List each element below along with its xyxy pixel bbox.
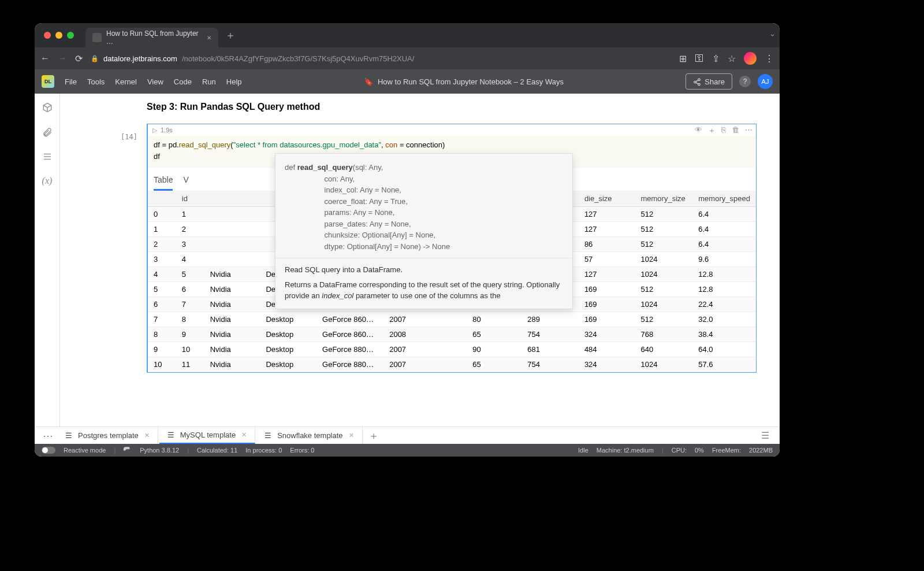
table-cell: 640 (635, 342, 692, 357)
url-input[interactable]: 🔒 datalore.jetbrains.com/notebook/0k5R4A… (91, 54, 671, 63)
minimize-window-button[interactable] (55, 32, 62, 39)
table-cell (204, 237, 260, 252)
table-cell: 324 (579, 357, 635, 372)
table-cell: 86 (579, 237, 635, 252)
reload-button[interactable]: ⟳ (75, 53, 83, 64)
table-cell: 57 (579, 252, 635, 267)
list-icon: ☰ (167, 431, 174, 439)
table-row[interactable]: 78NvidiaDesktopGeForce 860…2007802891695… (148, 312, 756, 327)
table-row[interactable]: 1011NvidiaDesktopGeForce 880…20076575432… (148, 357, 756, 372)
notebook-tab-postgres[interactable]: ☰ Postgres template ✕ (57, 427, 158, 444)
output-tab-table[interactable]: Table (154, 175, 173, 191)
table-cell: Nvidia (204, 312, 260, 327)
table-cell: Desktop (260, 327, 316, 342)
add-notebook-tab-button[interactable]: ＋ (368, 429, 379, 443)
outline-icon[interactable] (42, 151, 53, 162)
maximize-window-button[interactable] (67, 32, 74, 39)
browser-menu-button[interactable]: ⋮ (765, 53, 774, 64)
table-cell: 127 (579, 267, 635, 282)
variables-icon[interactable]: (x) (42, 176, 53, 186)
tab-menu-icon[interactable]: ☰ (761, 430, 769, 441)
code-cell[interactable]: ▷ 1.9s 👁 ＋ ⎘ 🗑 ⋯ df = pd.read_sql_query(… (147, 124, 757, 373)
table-cell: Nvidia (204, 327, 260, 342)
delete-cell-icon[interactable]: 🗑 (732, 125, 739, 136)
close-tab-icon[interactable]: ✕ (241, 431, 247, 439)
tab-overflow-button[interactable]: › (769, 34, 777, 36)
close-window-button[interactable] (44, 32, 51, 39)
close-tab-icon[interactable]: ✕ (144, 432, 150, 439)
column-header[interactable] (148, 191, 176, 207)
duplicate-cell-icon[interactable]: ⎘ (721, 125, 726, 136)
status-bar: Reactive mode | Python 3.8.12 | Calculat… (35, 444, 780, 457)
menu-file[interactable]: File (65, 77, 77, 86)
visibility-icon[interactable]: 👁 (695, 125, 702, 136)
notebook-tab-mysql[interactable]: ☰ MySQL template ✕ (159, 427, 255, 444)
column-header[interactable]: memory_size (635, 191, 692, 207)
column-header[interactable] (204, 191, 260, 207)
datalore-logo[interactable]: DL (42, 75, 54, 88)
step-heading: Step 3: Run Pandas SQL Query method (147, 102, 780, 112)
list-icon: ☰ (264, 431, 271, 440)
password-key-icon[interactable]: ⚿ (695, 53, 704, 64)
column-header[interactable]: memory_speed (692, 191, 756, 207)
table-cell: 8 (176, 312, 204, 327)
menu-code[interactable]: Code (174, 77, 192, 86)
table-row[interactable]: 89NvidiaDesktopGeForce 860…2008657543247… (148, 327, 756, 342)
browser-tab[interactable]: How to Run SQL from Jupyter … ✕ (85, 28, 218, 47)
table-cell: 6 (176, 282, 204, 297)
table-cell: 754 (521, 327, 579, 342)
table-cell (204, 207, 260, 222)
python-version: Python 3.8.12 (140, 447, 179, 454)
table-cell: 127 (579, 207, 635, 222)
rail-collapse-icon[interactable]: ⋯ (43, 429, 54, 442)
back-button[interactable]: ← (40, 53, 50, 64)
output-tab-other[interactable]: V (183, 175, 188, 191)
table-cell (439, 312, 467, 327)
table-cell: 1024 (635, 297, 692, 312)
table-row[interactable]: 910NvidiaDesktopGeForce 880…200790681484… (148, 342, 756, 357)
bookmark-star-icon[interactable]: ☆ (728, 53, 736, 64)
table-cell: 681 (521, 342, 579, 357)
cube-icon[interactable] (42, 102, 53, 113)
run-cell-icon[interactable]: ▷ (152, 127, 157, 134)
user-avatar[interactable]: AJ (758, 74, 773, 89)
table-cell: 7 (148, 312, 176, 327)
table-cell: 1 (148, 222, 176, 237)
table-cell: 1024 (635, 267, 692, 282)
profile-avatar[interactable] (744, 52, 757, 65)
new-tab-button[interactable]: ＋ (225, 28, 236, 42)
menu-run[interactable]: Run (202, 77, 216, 86)
forward-button[interactable]: → (58, 53, 67, 64)
table-cell: 57.6 (692, 357, 756, 372)
left-tool-rail: (x) (35, 94, 60, 427)
menu-view[interactable]: View (147, 77, 163, 86)
cell-more-icon[interactable]: ⋯ (745, 125, 752, 136)
table-cell: 512 (635, 282, 692, 297)
menu-tools[interactable]: Tools (87, 77, 105, 86)
share-page-icon[interactable]: ⇪ (712, 53, 720, 64)
table-cell: 484 (579, 342, 635, 357)
bookmark-doc-icon[interactable]: 🔖 (364, 77, 373, 86)
tab-title: How to Run SQL from Jupyter … (106, 29, 199, 46)
attachment-icon[interactable] (42, 127, 53, 138)
table-cell: Desktop (260, 357, 316, 372)
column-header[interactable]: id (176, 191, 204, 207)
help-button[interactable]: ? (739, 76, 751, 87)
install-app-icon[interactable]: ⊞ (679, 53, 687, 64)
cpu-value: 0% (695, 447, 704, 454)
notebook-tab-snowflake[interactable]: ☰ Snowflake template ✕ (256, 427, 362, 444)
share-button[interactable]: Share (685, 73, 732, 90)
close-tab-icon[interactable]: ✕ (349, 432, 354, 439)
table-cell: 90 (467, 342, 521, 357)
reactive-mode-toggle[interactable] (42, 447, 55, 454)
menu-help[interactable]: Help (226, 77, 242, 86)
table-cell: 22.4 (692, 297, 756, 312)
table-cell: 2008 (383, 327, 439, 342)
table-cell: 11 (176, 357, 204, 372)
menu-kernel[interactable]: Kernel (115, 77, 137, 86)
column-header[interactable]: die_size (579, 191, 635, 207)
svg-line-3 (696, 80, 698, 81)
add-cell-icon[interactable]: ＋ (708, 125, 716, 136)
table-cell: 80 (467, 312, 521, 327)
close-tab-button[interactable]: ✕ (207, 35, 211, 41)
